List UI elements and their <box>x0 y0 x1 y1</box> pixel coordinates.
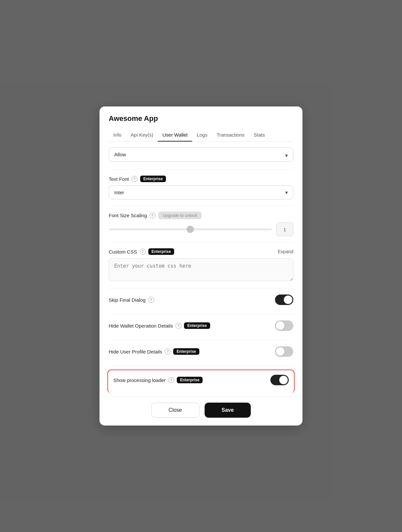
skip-final-dialog-section: Skip Final Dialog ? <box>109 289 293 314</box>
allow-section: Allow ▼ <box>109 142 293 170</box>
font-size-upgrade-badge[interactable]: Upgrade to unlock <box>158 212 202 219</box>
show-processing-section: Show processing loader ? Enterprise <box>107 370 295 393</box>
show-processing-badge: Enterprise <box>177 377 203 383</box>
font-size-help-icon[interactable]: ? <box>150 213 155 218</box>
skip-final-dialog-thumb <box>284 295 292 304</box>
hide-wallet-label-group: Hide Wallet Operation Details ? Enterpri… <box>109 322 210 329</box>
hide-user-profile-row: Hide User Profile Details ? Enterprise <box>109 346 293 357</box>
hide-wallet-badge: Enterprise <box>184 322 210 329</box>
hide-user-profile-thumb <box>276 347 284 356</box>
text-font-label: Text Font <box>109 176 129 182</box>
hide-user-profile-badge: Enterprise <box>173 348 199 355</box>
skip-final-dialog-row: Skip Final Dialog ? <box>109 294 293 305</box>
tab-api-keys[interactable]: Api Key(s) <box>126 129 158 142</box>
tab-stats[interactable]: Stats <box>249 129 269 142</box>
tab-logs[interactable]: Logs <box>192 129 212 142</box>
modal-title: Awesome App <box>109 114 293 123</box>
tab-bar: Info Api Key(s) User Wallet Logs Transac… <box>109 129 293 142</box>
hide-wallet-label: Hide Wallet Operation Details <box>109 323 173 329</box>
hide-user-profile-label-group: Hide User Profile Details ? Enterprise <box>109 348 199 355</box>
text-font-section: Text Font ? Enterprise Inter ▼ <box>109 170 293 206</box>
show-processing-toggle[interactable] <box>270 375 289 385</box>
show-processing-help-icon[interactable]: ? <box>168 377 174 383</box>
hide-wallet-help-icon[interactable]: ? <box>175 323 181 329</box>
modal-overlay: Awesome App Info Api Key(s) User Wallet … <box>0 0 402 532</box>
font-size-label: Font Size Scaling <box>109 213 147 218</box>
show-processing-label-group: Show processing loader ? Enterprise <box>113 377 203 383</box>
hide-user-profile-section: Hide User Profile Details ? Enterprise <box>109 340 293 366</box>
show-processing-thumb <box>279 376 288 384</box>
skip-final-dialog-track <box>275 294 293 305</box>
hide-user-profile-track <box>275 346 293 357</box>
hide-wallet-toggle[interactable] <box>275 320 293 331</box>
hide-user-profile-label: Hide User Profile Details <box>109 349 162 354</box>
tab-transactions[interactable]: Transactions <box>212 129 249 142</box>
font-size-slider-row: 1 <box>109 222 293 236</box>
show-processing-label: Show processing loader <box>113 377 166 383</box>
show-processing-row: Show processing loader ? Enterprise <box>113 375 289 385</box>
text-font-help-icon[interactable]: ? <box>132 176 137 182</box>
close-button[interactable]: Close <box>151 403 199 418</box>
text-font-select[interactable]: Inter <box>109 185 293 200</box>
save-button[interactable]: Save <box>205 403 251 418</box>
skip-final-dialog-label: Skip Final Dialog <box>109 297 146 303</box>
custom-css-badge: Enterprise <box>148 248 174 255</box>
hide-user-profile-help-icon[interactable]: ? <box>165 349 171 354</box>
custom-css-row: Custom CSS ? Enterprise Expand <box>109 248 293 255</box>
modal-footer: Close Save <box>100 396 302 426</box>
hide-wallet-row: Hide Wallet Operation Details ? Enterpri… <box>109 320 293 331</box>
skip-final-dialog-label-group: Skip Final Dialog ? <box>109 297 154 303</box>
skip-final-dialog-help-icon[interactable]: ? <box>148 297 154 303</box>
modal-header: Awesome App Info Api Key(s) User Wallet … <box>100 106 302 142</box>
hide-wallet-thumb <box>276 321 284 330</box>
text-font-row: Text Font ? Enterprise <box>109 176 293 182</box>
tab-info[interactable]: Info <box>109 129 126 142</box>
custom-css-label-group: Custom CSS ? Enterprise <box>109 248 174 255</box>
font-size-label-group: Font Size Scaling ? Upgrade to unlock <box>109 212 202 219</box>
font-size-row: Font Size Scaling ? Upgrade to unlock <box>109 212 293 219</box>
allow-select-wrapper: Allow ▼ <box>109 147 293 163</box>
hide-wallet-track <box>275 320 293 331</box>
hide-user-profile-toggle[interactable] <box>275 346 293 357</box>
custom-css-section: Custom CSS ? Enterprise Expand <box>109 242 293 289</box>
font-size-value: 1 <box>276 222 293 236</box>
text-font-label-group: Text Font ? Enterprise <box>109 176 166 182</box>
font-size-section: Font Size Scaling ? Upgrade to unlock 1 <box>109 206 293 242</box>
custom-css-textarea[interactable] <box>109 258 293 281</box>
skip-final-dialog-toggle[interactable] <box>275 294 293 305</box>
custom-css-expand-button[interactable]: Expand <box>278 249 293 254</box>
show-processing-track <box>270 375 289 385</box>
allow-select[interactable]: Allow <box>109 147 293 162</box>
modal-container: Awesome App Info Api Key(s) User Wallet … <box>100 106 302 426</box>
tab-user-wallet[interactable]: User Wallet <box>158 129 192 142</box>
custom-css-help-icon[interactable]: ? <box>140 249 146 255</box>
font-size-slider <box>109 228 272 230</box>
modal-body: Allow ▼ Text Font ? Enterprise Inter <box>100 142 302 396</box>
custom-css-label: Custom CSS <box>109 249 137 255</box>
text-font-badge: Enterprise <box>140 176 166 182</box>
hide-wallet-section: Hide Wallet Operation Details ? Enterpri… <box>109 314 293 340</box>
text-font-select-wrapper: Inter ▼ <box>109 185 293 200</box>
